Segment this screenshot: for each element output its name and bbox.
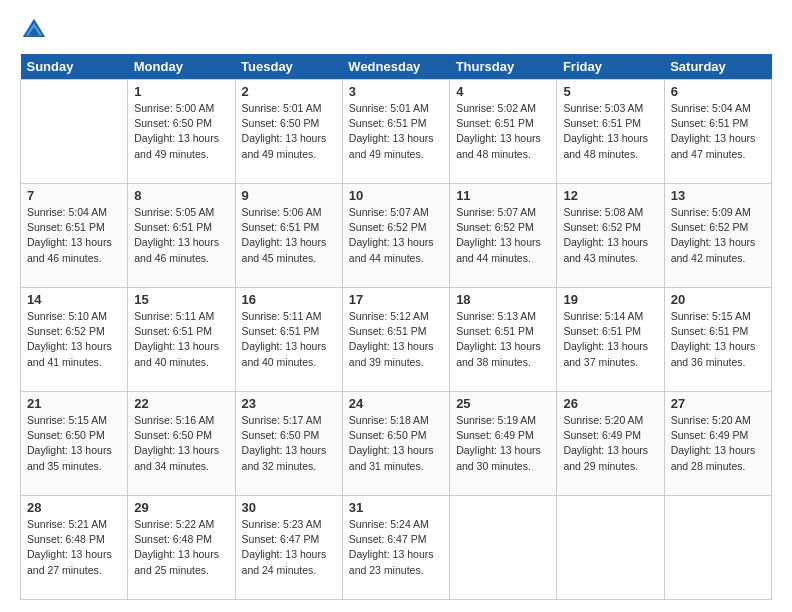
day-cell: 23Sunrise: 5:17 AM Sunset: 6:50 PM Dayli… — [235, 392, 342, 496]
day-number: 31 — [349, 500, 443, 515]
col-header-saturday: Saturday — [664, 54, 771, 80]
day-cell: 11Sunrise: 5:07 AM Sunset: 6:52 PM Dayli… — [450, 184, 557, 288]
day-cell: 7Sunrise: 5:04 AM Sunset: 6:51 PM Daylig… — [21, 184, 128, 288]
day-cell: 25Sunrise: 5:19 AM Sunset: 6:49 PM Dayli… — [450, 392, 557, 496]
page: SundayMondayTuesdayWednesdayThursdayFrid… — [0, 0, 792, 612]
day-number: 10 — [349, 188, 443, 203]
week-row-3: 14Sunrise: 5:10 AM Sunset: 6:52 PM Dayli… — [21, 288, 772, 392]
day-info: Sunrise: 5:05 AM Sunset: 6:51 PM Dayligh… — [134, 205, 228, 266]
col-header-tuesday: Tuesday — [235, 54, 342, 80]
day-number: 20 — [671, 292, 765, 307]
day-number: 16 — [242, 292, 336, 307]
day-info: Sunrise: 5:19 AM Sunset: 6:49 PM Dayligh… — [456, 413, 550, 474]
day-number: 29 — [134, 500, 228, 515]
day-info: Sunrise: 5:08 AM Sunset: 6:52 PM Dayligh… — [563, 205, 657, 266]
day-number: 17 — [349, 292, 443, 307]
day-number: 14 — [27, 292, 121, 307]
day-number: 2 — [242, 84, 336, 99]
day-cell: 4Sunrise: 5:02 AM Sunset: 6:51 PM Daylig… — [450, 80, 557, 184]
day-number: 18 — [456, 292, 550, 307]
day-info: Sunrise: 5:07 AM Sunset: 6:52 PM Dayligh… — [349, 205, 443, 266]
week-row-2: 7Sunrise: 5:04 AM Sunset: 6:51 PM Daylig… — [21, 184, 772, 288]
day-cell: 13Sunrise: 5:09 AM Sunset: 6:52 PM Dayli… — [664, 184, 771, 288]
header — [20, 16, 772, 44]
day-info: Sunrise: 5:20 AM Sunset: 6:49 PM Dayligh… — [671, 413, 765, 474]
day-number: 19 — [563, 292, 657, 307]
day-info: Sunrise: 5:01 AM Sunset: 6:50 PM Dayligh… — [242, 101, 336, 162]
day-number: 9 — [242, 188, 336, 203]
day-info: Sunrise: 5:16 AM Sunset: 6:50 PM Dayligh… — [134, 413, 228, 474]
day-cell: 17Sunrise: 5:12 AM Sunset: 6:51 PM Dayli… — [342, 288, 449, 392]
day-number: 4 — [456, 84, 550, 99]
day-number: 5 — [563, 84, 657, 99]
day-cell: 5Sunrise: 5:03 AM Sunset: 6:51 PM Daylig… — [557, 80, 664, 184]
day-cell — [664, 496, 771, 600]
day-info: Sunrise: 5:21 AM Sunset: 6:48 PM Dayligh… — [27, 517, 121, 578]
day-cell: 6Sunrise: 5:04 AM Sunset: 6:51 PM Daylig… — [664, 80, 771, 184]
day-info: Sunrise: 5:18 AM Sunset: 6:50 PM Dayligh… — [349, 413, 443, 474]
col-header-friday: Friday — [557, 54, 664, 80]
day-info: Sunrise: 5:07 AM Sunset: 6:52 PM Dayligh… — [456, 205, 550, 266]
day-info: Sunrise: 5:02 AM Sunset: 6:51 PM Dayligh… — [456, 101, 550, 162]
day-info: Sunrise: 5:10 AM Sunset: 6:52 PM Dayligh… — [27, 309, 121, 370]
day-cell: 16Sunrise: 5:11 AM Sunset: 6:51 PM Dayli… — [235, 288, 342, 392]
day-number: 15 — [134, 292, 228, 307]
day-cell: 10Sunrise: 5:07 AM Sunset: 6:52 PM Dayli… — [342, 184, 449, 288]
day-cell: 27Sunrise: 5:20 AM Sunset: 6:49 PM Dayli… — [664, 392, 771, 496]
day-info: Sunrise: 5:11 AM Sunset: 6:51 PM Dayligh… — [134, 309, 228, 370]
day-number: 28 — [27, 500, 121, 515]
day-info: Sunrise: 5:22 AM Sunset: 6:48 PM Dayligh… — [134, 517, 228, 578]
day-cell: 1Sunrise: 5:00 AM Sunset: 6:50 PM Daylig… — [128, 80, 235, 184]
day-info: Sunrise: 5:23 AM Sunset: 6:47 PM Dayligh… — [242, 517, 336, 578]
day-cell: 8Sunrise: 5:05 AM Sunset: 6:51 PM Daylig… — [128, 184, 235, 288]
day-cell: 18Sunrise: 5:13 AM Sunset: 6:51 PM Dayli… — [450, 288, 557, 392]
day-number: 24 — [349, 396, 443, 411]
day-info: Sunrise: 5:09 AM Sunset: 6:52 PM Dayligh… — [671, 205, 765, 266]
day-number: 13 — [671, 188, 765, 203]
day-info: Sunrise: 5:15 AM Sunset: 6:51 PM Dayligh… — [671, 309, 765, 370]
day-number: 23 — [242, 396, 336, 411]
calendar: SundayMondayTuesdayWednesdayThursdayFrid… — [20, 54, 772, 600]
day-info: Sunrise: 5:04 AM Sunset: 6:51 PM Dayligh… — [27, 205, 121, 266]
calendar-header-row: SundayMondayTuesdayWednesdayThursdayFrid… — [21, 54, 772, 80]
day-cell: 20Sunrise: 5:15 AM Sunset: 6:51 PM Dayli… — [664, 288, 771, 392]
day-info: Sunrise: 5:04 AM Sunset: 6:51 PM Dayligh… — [671, 101, 765, 162]
day-info: Sunrise: 5:13 AM Sunset: 6:51 PM Dayligh… — [456, 309, 550, 370]
day-info: Sunrise: 5:01 AM Sunset: 6:51 PM Dayligh… — [349, 101, 443, 162]
day-info: Sunrise: 5:00 AM Sunset: 6:50 PM Dayligh… — [134, 101, 228, 162]
day-cell: 9Sunrise: 5:06 AM Sunset: 6:51 PM Daylig… — [235, 184, 342, 288]
day-number: 25 — [456, 396, 550, 411]
day-cell: 3Sunrise: 5:01 AM Sunset: 6:51 PM Daylig… — [342, 80, 449, 184]
day-number: 21 — [27, 396, 121, 411]
week-row-5: 28Sunrise: 5:21 AM Sunset: 6:48 PM Dayli… — [21, 496, 772, 600]
day-number: 6 — [671, 84, 765, 99]
day-info: Sunrise: 5:03 AM Sunset: 6:51 PM Dayligh… — [563, 101, 657, 162]
day-number: 1 — [134, 84, 228, 99]
day-cell — [557, 496, 664, 600]
day-cell: 31Sunrise: 5:24 AM Sunset: 6:47 PM Dayli… — [342, 496, 449, 600]
day-cell: 24Sunrise: 5:18 AM Sunset: 6:50 PM Dayli… — [342, 392, 449, 496]
day-number: 30 — [242, 500, 336, 515]
day-info: Sunrise: 5:14 AM Sunset: 6:51 PM Dayligh… — [563, 309, 657, 370]
day-info: Sunrise: 5:06 AM Sunset: 6:51 PM Dayligh… — [242, 205, 336, 266]
day-cell: 22Sunrise: 5:16 AM Sunset: 6:50 PM Dayli… — [128, 392, 235, 496]
day-cell: 21Sunrise: 5:15 AM Sunset: 6:50 PM Dayli… — [21, 392, 128, 496]
day-cell: 12Sunrise: 5:08 AM Sunset: 6:52 PM Dayli… — [557, 184, 664, 288]
day-cell: 14Sunrise: 5:10 AM Sunset: 6:52 PM Dayli… — [21, 288, 128, 392]
col-header-monday: Monday — [128, 54, 235, 80]
logo — [20, 16, 52, 44]
day-cell: 15Sunrise: 5:11 AM Sunset: 6:51 PM Dayli… — [128, 288, 235, 392]
day-info: Sunrise: 5:20 AM Sunset: 6:49 PM Dayligh… — [563, 413, 657, 474]
day-number: 26 — [563, 396, 657, 411]
day-cell: 28Sunrise: 5:21 AM Sunset: 6:48 PM Dayli… — [21, 496, 128, 600]
day-info: Sunrise: 5:24 AM Sunset: 6:47 PM Dayligh… — [349, 517, 443, 578]
logo-icon — [20, 16, 48, 44]
day-cell: 29Sunrise: 5:22 AM Sunset: 6:48 PM Dayli… — [128, 496, 235, 600]
day-cell: 26Sunrise: 5:20 AM Sunset: 6:49 PM Dayli… — [557, 392, 664, 496]
week-row-4: 21Sunrise: 5:15 AM Sunset: 6:50 PM Dayli… — [21, 392, 772, 496]
day-cell — [21, 80, 128, 184]
day-cell: 19Sunrise: 5:14 AM Sunset: 6:51 PM Dayli… — [557, 288, 664, 392]
day-number: 7 — [27, 188, 121, 203]
day-number: 8 — [134, 188, 228, 203]
col-header-sunday: Sunday — [21, 54, 128, 80]
